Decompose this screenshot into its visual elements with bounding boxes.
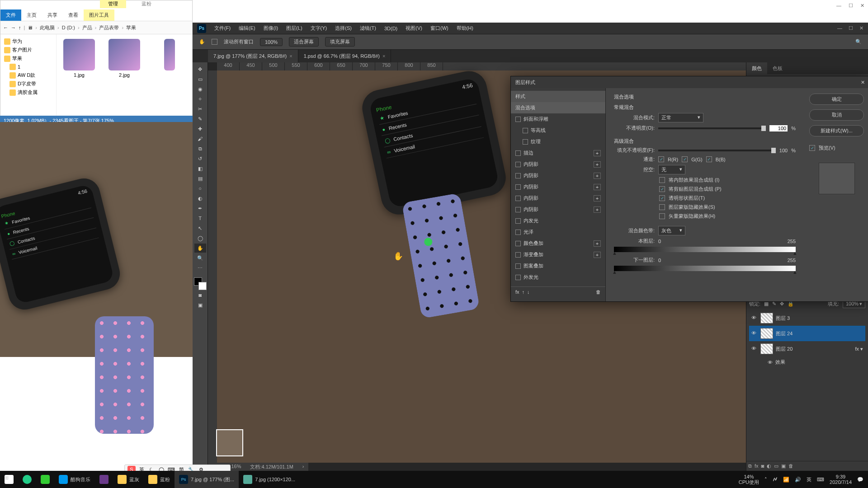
- style-item[interactable]: 纹理: [511, 136, 605, 147]
- notifications-icon[interactable]: 💬: [857, 477, 863, 483]
- tray-ime[interactable]: 英: [807, 476, 811, 483]
- style-checkbox[interactable]: [515, 184, 521, 190]
- menu-layer[interactable]: 图层(L): [286, 25, 302, 32]
- panel-tab-swatches[interactable]: 色板: [767, 62, 788, 74]
- preview-checkbox[interactable]: [809, 145, 815, 151]
- system-tray[interactable]: 14%CPU使用 ˄ 🗲 📶 🔊 英 ⌨ 9:392020/7/14 💬: [734, 474, 868, 485]
- tree-item[interactable]: 滴胶金属: [2, 88, 54, 97]
- screen-mode-icon[interactable]: ▣: [194, 300, 206, 310]
- menu-file[interactable]: 文件(F): [214, 25, 231, 32]
- adv-checkbox[interactable]: [659, 213, 665, 219]
- tree-item[interactable]: AW D款: [2, 71, 54, 80]
- task-item[interactable]: [36, 471, 54, 488]
- new-layer-icon[interactable]: ▣: [781, 463, 786, 469]
- menu-type[interactable]: 文字(Y): [311, 25, 327, 32]
- adv-checkbox[interactable]: [659, 204, 665, 210]
- stamp-tool-icon[interactable]: ⧉: [194, 144, 206, 153]
- style-blending-options[interactable]: 混合选项: [511, 102, 605, 113]
- adj-icon[interactable]: ◐: [767, 463, 771, 469]
- eye-icon[interactable]: 👁: [751, 330, 758, 337]
- more-tool-icon[interactable]: ⋯: [194, 263, 206, 272]
- tray-wifi-icon[interactable]: 📶: [783, 477, 789, 483]
- hand-tool-icon[interactable]: ✋: [194, 244, 206, 253]
- doc-tab[interactable]: 7.jpg @ 177% (图层 24, RGB/8#)×: [208, 50, 298, 62]
- blend-mode-select[interactable]: 正常▾: [658, 113, 703, 122]
- fill-value[interactable]: 100: [779, 148, 788, 153]
- trash-icon[interactable]: 🗑: [596, 289, 601, 295]
- down-icon[interactable]: ↓: [527, 289, 530, 295]
- minimize-icon[interactable]: —: [836, 3, 841, 9]
- menu-edit[interactable]: 编辑(E): [239, 25, 255, 32]
- blendif-gradient[interactable]: ▲▲: [614, 247, 796, 252]
- layer-item[interactable]: 👁图层 3: [749, 310, 865, 326]
- zoom-tool-icon[interactable]: 🔍: [194, 253, 206, 263]
- tree-item[interactable]: 客户图片: [2, 46, 54, 54]
- task-item[interactable]: [95, 471, 113, 488]
- task-item[interactable]: 蓝灰: [113, 471, 144, 488]
- breadcrumb[interactable]: ← → ↑ | 🖥› 此电脑› D (D:)› 产品› 产品表带› 苹果: [0, 21, 192, 34]
- opacity-input[interactable]: 100: [769, 125, 788, 131]
- ribbon-tab-home[interactable]: 主页: [21, 9, 42, 21]
- style-checkbox[interactable]: [515, 196, 521, 201]
- fx-add-icon[interactable]: fx: [515, 289, 519, 295]
- type-tool-icon[interactable]: T: [194, 214, 206, 223]
- style-item[interactable]: 颜色叠加+: [511, 238, 605, 249]
- layer-item[interactable]: 👁图层 24: [749, 326, 865, 341]
- tray-volume-icon[interactable]: 🔊: [795, 477, 801, 483]
- history-tool-icon[interactable]: ↺: [194, 154, 206, 163]
- style-checkbox[interactable]: [515, 275, 521, 280]
- zoom-100-button[interactable]: 100%: [260, 38, 283, 46]
- style-checkbox[interactable]: [515, 230, 521, 235]
- opacity-slider[interactable]: [658, 127, 766, 129]
- tab-close-icon[interactable]: ×: [382, 53, 385, 59]
- style-item[interactable]: 等高线: [511, 125, 605, 136]
- crop-tool-icon[interactable]: ✂: [194, 104, 206, 113]
- add-effect-icon[interactable]: +: [594, 240, 601, 247]
- lasso-tool-icon[interactable]: ◉: [194, 84, 206, 94]
- gradient-tool-icon[interactable]: ▤: [194, 174, 206, 183]
- trash-icon[interactable]: 🗑: [788, 463, 793, 469]
- tray-up-icon[interactable]: ˄: [764, 477, 767, 483]
- panel-tab-color[interactable]: 颜色: [746, 62, 767, 74]
- tree-item[interactable]: 苹果: [2, 54, 54, 63]
- style-item[interactable]: 内阴影+: [511, 170, 605, 181]
- style-checkbox[interactable]: [515, 218, 521, 224]
- fill-screen-button[interactable]: 填充屏幕: [325, 37, 355, 47]
- task-item[interactable]: Ps7.jpg @ 177% (图...: [175, 471, 239, 488]
- add-effect-icon[interactable]: +: [594, 252, 601, 258]
- adv-checkbox[interactable]: [659, 186, 665, 192]
- wand-tool-icon[interactable]: ✧: [194, 94, 206, 103]
- task-item[interactable]: 蓝粉: [144, 471, 175, 488]
- menu-filter[interactable]: 滤镜(T): [360, 25, 376, 32]
- file-item[interactable]: [151, 39, 188, 72]
- menu-select[interactable]: 选择(S): [335, 25, 352, 32]
- mask-icon[interactable]: ◙: [761, 463, 764, 469]
- tree-item[interactable]: 1: [2, 63, 54, 71]
- add-effect-icon[interactable]: +: [594, 150, 601, 156]
- file-item[interactable]: 1.jpg: [61, 39, 97, 78]
- style-checkbox[interactable]: [515, 173, 521, 178]
- dodge-tool-icon[interactable]: ◐: [194, 194, 206, 203]
- add-effect-icon[interactable]: +: [594, 206, 601, 213]
- menu-help[interactable]: 帮助(H): [457, 25, 473, 32]
- up-icon[interactable]: ↑: [19, 25, 21, 30]
- search-icon[interactable]: 🔍: [855, 39, 862, 45]
- blur-tool-icon[interactable]: ○: [194, 184, 206, 193]
- eye-icon[interactable]: 👁: [768, 360, 773, 365]
- eraser-tool-icon[interactable]: ◧: [194, 164, 206, 173]
- eyedropper-tool-icon[interactable]: ✎: [194, 114, 206, 123]
- adv-checkbox[interactable]: [659, 195, 665, 201]
- move-tool-icon[interactable]: ✥: [194, 65, 206, 74]
- start-button[interactable]: ⊞: [0, 471, 18, 488]
- crumb[interactable]: 此电脑: [40, 24, 55, 31]
- fill-slider[interactable]: [658, 150, 776, 151]
- quickmask-icon[interactable]: ◙: [194, 291, 206, 300]
- task-item[interactable]: [18, 471, 36, 488]
- knockout-select[interactable]: 无▾: [658, 165, 685, 174]
- menu-window[interactable]: 窗口(W): [430, 25, 448, 32]
- style-item[interactable]: 内阴影+: [511, 159, 605, 170]
- ribbon-tab-picture-tools[interactable]: 图片工具: [84, 9, 114, 21]
- style-item[interactable]: 光泽: [511, 226, 605, 238]
- ribbon-tab-share[interactable]: 共享: [42, 9, 63, 21]
- clock[interactable]: 9:392020/7/14: [830, 474, 852, 485]
